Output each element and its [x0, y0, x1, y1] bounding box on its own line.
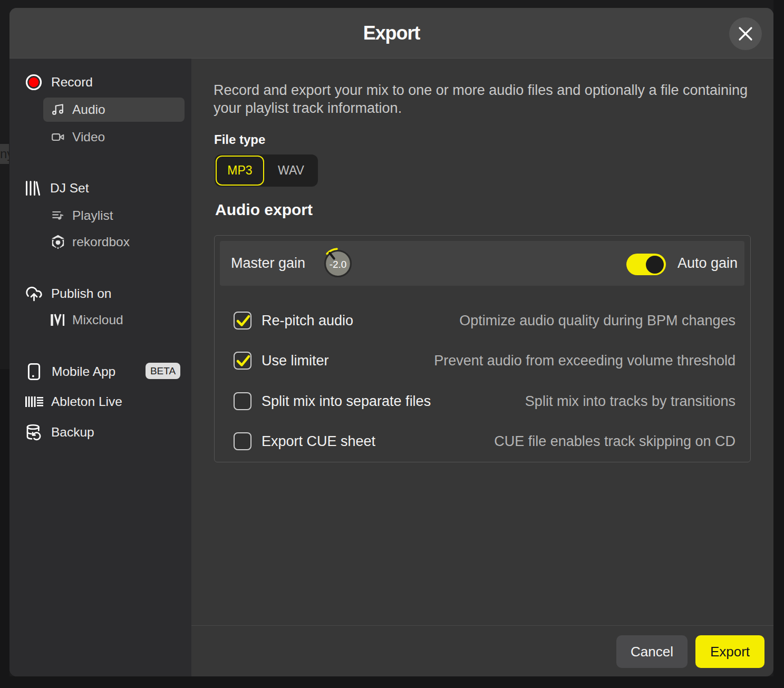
- svg-text:-2.0: -2.0: [330, 259, 347, 270]
